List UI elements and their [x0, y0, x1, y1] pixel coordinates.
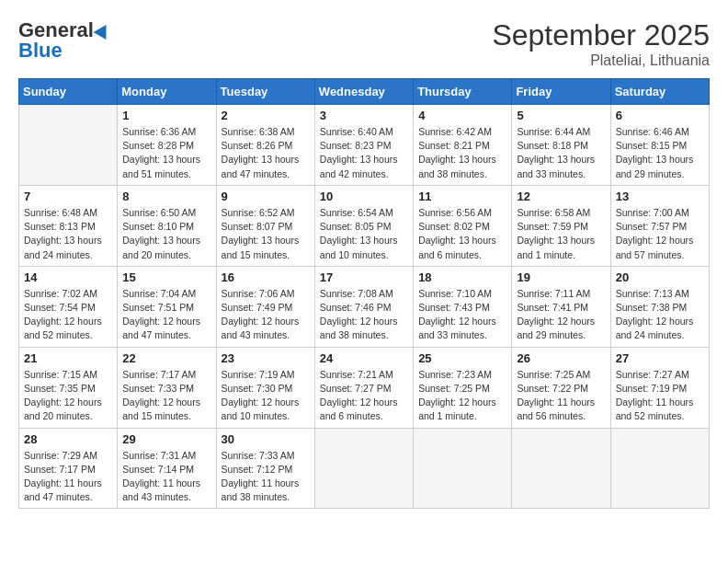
day-info: Sunrise: 7:13 AM Sunset: 7:38 PM Dayligh… [616, 287, 704, 343]
calendar-cell: 12Sunrise: 6:58 AM Sunset: 7:59 PM Dayli… [512, 185, 610, 266]
page-header: General Blue September 2025 Plateliai, L… [18, 18, 710, 69]
calendar-cell: 13Sunrise: 7:00 AM Sunset: 7:57 PM Dayli… [610, 185, 709, 266]
day-info: Sunrise: 6:58 AM Sunset: 7:59 PM Dayligh… [517, 206, 605, 262]
calendar-cell: 15Sunrise: 7:04 AM Sunset: 7:51 PM Dayli… [118, 266, 216, 347]
day-info: Sunrise: 6:44 AM Sunset: 8:18 PM Dayligh… [517, 125, 605, 181]
day-number: 27 [616, 351, 704, 365]
month-title: September 2025 [492, 18, 710, 52]
calendar-cell: 5Sunrise: 6:44 AM Sunset: 8:18 PM Daylig… [512, 105, 610, 186]
calendar-header-saturday: Saturday [610, 79, 709, 105]
day-number: 9 [222, 190, 310, 203]
day-info: Sunrise: 7:06 AM Sunset: 7:49 PM Dayligh… [222, 287, 310, 343]
day-number: 5 [517, 109, 605, 122]
day-number: 7 [24, 190, 112, 203]
day-info: Sunrise: 6:54 AM Sunset: 8:05 PM Dayligh… [320, 206, 408, 262]
day-info: Sunrise: 7:10 AM Sunset: 7:43 PM Dayligh… [418, 287, 506, 343]
day-number: 21 [24, 351, 112, 365]
calendar-header-friday: Friday [512, 79, 610, 105]
logo: General Blue [18, 18, 110, 63]
calendar-cell: 14Sunrise: 7:02 AM Sunset: 7:54 PM Dayli… [19, 266, 118, 347]
day-info: Sunrise: 6:50 AM Sunset: 8:10 PM Dayligh… [122, 206, 210, 262]
day-info: Sunrise: 7:21 AM Sunset: 7:27 PM Dayligh… [320, 368, 408, 424]
calendar-cell [512, 428, 610, 509]
calendar-cell: 9Sunrise: 6:52 AM Sunset: 8:07 PM Daylig… [216, 185, 314, 266]
calendar-cell: 3Sunrise: 6:40 AM Sunset: 8:23 PM Daylig… [314, 105, 413, 186]
day-number: 14 [24, 270, 112, 284]
calendar-header-wednesday: Wednesday [314, 79, 413, 105]
calendar-cell: 11Sunrise: 6:56 AM Sunset: 8:02 PM Dayli… [414, 185, 512, 266]
calendar-cell: 26Sunrise: 7:25 AM Sunset: 7:22 PM Dayli… [512, 347, 610, 428]
day-number: 2 [222, 109, 310, 122]
calendar-cell: 1Sunrise: 6:36 AM Sunset: 8:28 PM Daylig… [118, 105, 216, 186]
day-info: Sunrise: 7:29 AM Sunset: 7:17 PM Dayligh… [24, 449, 112, 505]
day-info: Sunrise: 6:38 AM Sunset: 8:26 PM Dayligh… [222, 125, 310, 181]
day-info: Sunrise: 7:08 AM Sunset: 7:46 PM Dayligh… [320, 287, 408, 343]
day-number: 18 [418, 270, 506, 284]
day-info: Sunrise: 7:33 AM Sunset: 7:12 PM Dayligh… [222, 449, 310, 505]
calendar-week-row: 28Sunrise: 7:29 AM Sunset: 7:17 PM Dayli… [19, 428, 710, 509]
calendar-cell [414, 428, 512, 509]
day-number: 1 [122, 109, 210, 122]
calendar-week-row: 21Sunrise: 7:15 AM Sunset: 7:35 PM Dayli… [19, 347, 710, 428]
calendar-week-row: 7Sunrise: 6:48 AM Sunset: 8:13 PM Daylig… [19, 185, 710, 266]
day-number: 17 [320, 270, 408, 284]
day-info: Sunrise: 6:46 AM Sunset: 8:15 PM Dayligh… [616, 125, 704, 181]
calendar-cell: 19Sunrise: 7:11 AM Sunset: 7:41 PM Dayli… [512, 266, 610, 347]
calendar-cell: 17Sunrise: 7:08 AM Sunset: 7:46 PM Dayli… [314, 266, 413, 347]
day-info: Sunrise: 7:15 AM Sunset: 7:35 PM Dayligh… [24, 368, 112, 424]
day-info: Sunrise: 7:00 AM Sunset: 7:57 PM Dayligh… [616, 206, 704, 262]
day-number: 24 [320, 351, 408, 365]
day-info: Sunrise: 7:27 AM Sunset: 7:19 PM Dayligh… [616, 368, 704, 424]
calendar-cell [19, 105, 118, 186]
day-info: Sunrise: 6:56 AM Sunset: 8:02 PM Dayligh… [418, 206, 506, 262]
day-number: 19 [517, 270, 605, 284]
day-info: Sunrise: 7:19 AM Sunset: 7:30 PM Dayligh… [222, 368, 310, 424]
calendar-header-thursday: Thursday [414, 79, 512, 105]
calendar-header-sunday: Sunday [19, 79, 118, 105]
calendar-cell [610, 428, 709, 509]
calendar-cell [314, 428, 413, 509]
calendar-cell: 21Sunrise: 7:15 AM Sunset: 7:35 PM Dayli… [19, 347, 118, 428]
day-info: Sunrise: 6:48 AM Sunset: 8:13 PM Dayligh… [24, 206, 112, 262]
calendar-week-row: 1Sunrise: 6:36 AM Sunset: 8:28 PM Daylig… [19, 105, 710, 186]
calendar-cell: 8Sunrise: 6:50 AM Sunset: 8:10 PM Daylig… [118, 185, 216, 266]
calendar-cell: 18Sunrise: 7:10 AM Sunset: 7:43 PM Dayli… [414, 266, 512, 347]
day-number: 30 [222, 432, 310, 446]
day-number: 15 [122, 270, 210, 284]
calendar-cell: 25Sunrise: 7:23 AM Sunset: 7:25 PM Dayli… [414, 347, 512, 428]
day-info: Sunrise: 7:23 AM Sunset: 7:25 PM Dayligh… [418, 368, 506, 424]
calendar-cell: 22Sunrise: 7:17 AM Sunset: 7:33 PM Dayli… [118, 347, 216, 428]
day-info: Sunrise: 6:40 AM Sunset: 8:23 PM Dayligh… [320, 125, 408, 181]
calendar-cell: 16Sunrise: 7:06 AM Sunset: 7:49 PM Dayli… [216, 266, 314, 347]
calendar-cell: 6Sunrise: 6:46 AM Sunset: 8:15 PM Daylig… [610, 105, 709, 186]
calendar-week-row: 14Sunrise: 7:02 AM Sunset: 7:54 PM Dayli… [19, 266, 710, 347]
calendar-cell: 10Sunrise: 6:54 AM Sunset: 8:05 PM Dayli… [314, 185, 413, 266]
day-number: 8 [122, 190, 210, 203]
calendar-cell: 7Sunrise: 6:48 AM Sunset: 8:13 PM Daylig… [19, 185, 118, 266]
day-number: 12 [517, 190, 605, 203]
title-block: September 2025 Plateliai, Lithuania [492, 18, 710, 69]
location-subtitle: Plateliai, Lithuania [492, 52, 710, 69]
calendar-cell: 2Sunrise: 6:38 AM Sunset: 8:26 PM Daylig… [216, 105, 314, 186]
day-number: 4 [418, 109, 506, 122]
logo-blue-text: Blue [18, 39, 63, 63]
day-number: 13 [616, 190, 704, 203]
day-info: Sunrise: 6:52 AM Sunset: 8:07 PM Dayligh… [222, 206, 310, 262]
day-info: Sunrise: 7:04 AM Sunset: 7:51 PM Dayligh… [122, 287, 210, 343]
day-number: 26 [517, 351, 605, 365]
logo-icon [94, 21, 113, 40]
day-number: 6 [616, 109, 704, 122]
calendar-cell: 23Sunrise: 7:19 AM Sunset: 7:30 PM Dayli… [216, 347, 314, 428]
day-number: 23 [222, 351, 310, 365]
day-info: Sunrise: 7:31 AM Sunset: 7:14 PM Dayligh… [122, 449, 210, 505]
calendar-cell: 28Sunrise: 7:29 AM Sunset: 7:17 PM Dayli… [19, 428, 118, 509]
calendar-cell: 4Sunrise: 6:42 AM Sunset: 8:21 PM Daylig… [414, 105, 512, 186]
day-number: 29 [122, 432, 210, 446]
calendar-header-tuesday: Tuesday [216, 79, 314, 105]
day-number: 10 [320, 190, 408, 203]
calendar-cell: 29Sunrise: 7:31 AM Sunset: 7:14 PM Dayli… [118, 428, 216, 509]
calendar-cell: 30Sunrise: 7:33 AM Sunset: 7:12 PM Dayli… [216, 428, 314, 509]
day-number: 28 [24, 432, 112, 446]
day-number: 20 [616, 270, 704, 284]
day-info: Sunrise: 7:25 AM Sunset: 7:22 PM Dayligh… [517, 368, 605, 424]
